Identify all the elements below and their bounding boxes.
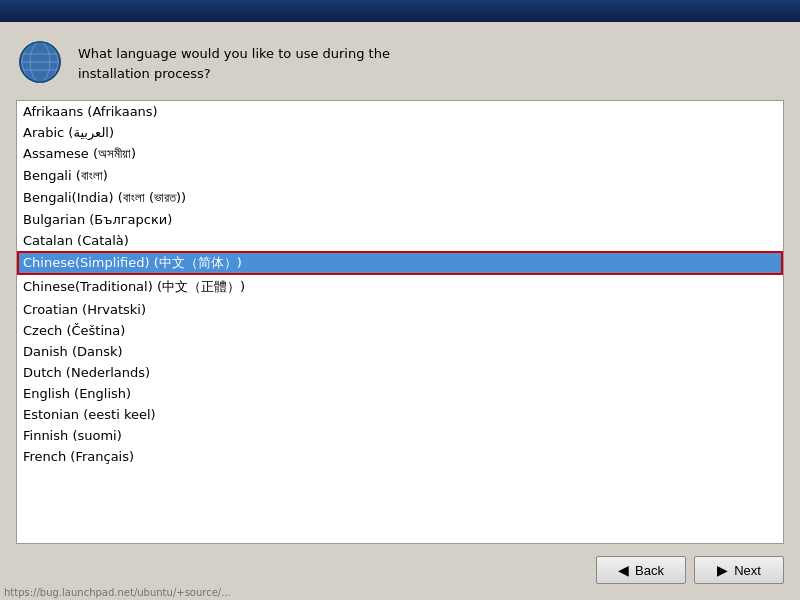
language-list-item[interactable]: Czech (Čeština) bbox=[17, 320, 783, 341]
language-list-item[interactable]: Arabic (العربية) bbox=[17, 122, 783, 143]
back-label: Back bbox=[635, 563, 664, 578]
language-list-item[interactable]: Finnish (suomi) bbox=[17, 425, 783, 446]
bottom-section: ◀ Back ▶ Next bbox=[16, 556, 784, 584]
language-list-item[interactable]: Assamese (অসমীয়া) bbox=[17, 143, 783, 165]
language-list-item[interactable]: Croatian (Hrvatski) bbox=[17, 299, 783, 320]
globe-icon bbox=[16, 38, 64, 86]
header-section: What language would you like to use duri… bbox=[16, 38, 784, 86]
language-list-item[interactable]: Danish (Dansk) bbox=[17, 341, 783, 362]
main-container: What language would you like to use duri… bbox=[0, 22, 800, 600]
next-button[interactable]: ▶ Next bbox=[694, 556, 784, 584]
list-container: Afrikaans (Afrikaans)Arabic (العربية)Ass… bbox=[16, 100, 784, 544]
header-question: What language would you like to use duri… bbox=[78, 46, 390, 81]
back-button[interactable]: ◀ Back bbox=[596, 556, 686, 584]
language-list-item[interactable]: English (English) bbox=[17, 383, 783, 404]
language-list[interactable]: Afrikaans (Afrikaans)Arabic (العربية)Ass… bbox=[17, 101, 783, 543]
status-url: https://bug.launchpad.net/ubuntu/+source… bbox=[4, 587, 231, 598]
language-list-item[interactable]: Chinese(Simplified) (中文（简体）) bbox=[17, 251, 783, 275]
language-list-item[interactable]: Bengali (বাংলা) bbox=[17, 165, 783, 187]
next-label: Next bbox=[734, 563, 761, 578]
language-list-item[interactable]: Bengali(India) (বাংলা (ভারত)) bbox=[17, 187, 783, 209]
title-bar bbox=[0, 0, 800, 22]
back-icon: ◀ bbox=[618, 562, 629, 578]
language-list-item[interactable]: French (Français) bbox=[17, 446, 783, 467]
header-text: What language would you like to use duri… bbox=[78, 38, 390, 83]
language-list-item[interactable]: Afrikaans (Afrikaans) bbox=[17, 101, 783, 122]
language-list-item[interactable]: Bulgarian (Български) bbox=[17, 209, 783, 230]
language-list-item[interactable]: Catalan (Català) bbox=[17, 230, 783, 251]
language-list-item[interactable]: Dutch (Nederlands) bbox=[17, 362, 783, 383]
language-list-item[interactable]: Chinese(Traditional) (中文（正體）) bbox=[17, 275, 783, 299]
url-bar: https://bug.launchpad.net/ubuntu/+source… bbox=[0, 585, 800, 600]
next-icon: ▶ bbox=[717, 562, 728, 578]
language-list-item[interactable]: Estonian (eesti keel) bbox=[17, 404, 783, 425]
